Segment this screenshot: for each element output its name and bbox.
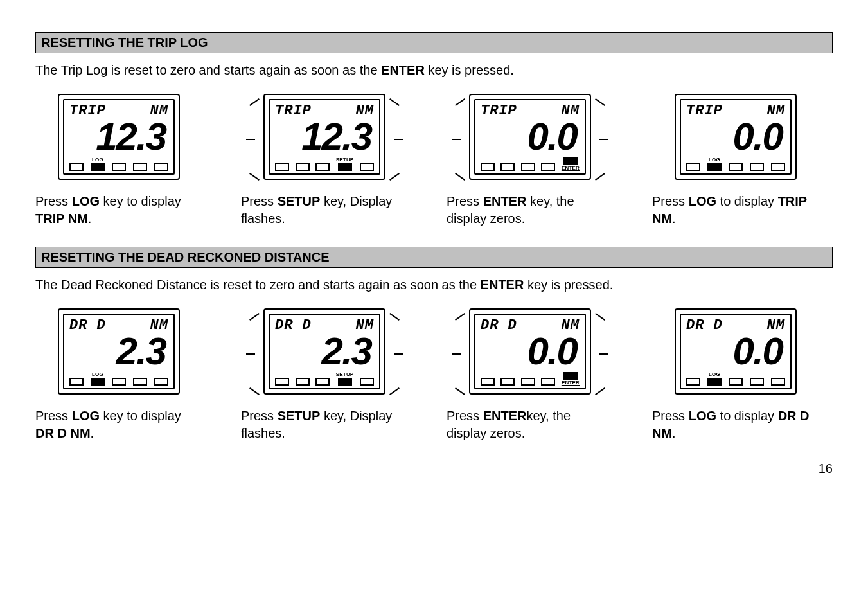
lcd-button-row: ENTER <box>481 157 580 171</box>
device-button-4 <box>133 378 147 386</box>
lcd-value: 0.0 <box>686 334 785 369</box>
lcd-device: TRIP NM 12.3 LOG <box>58 94 180 180</box>
cap-text: Press <box>447 409 483 423</box>
lcd-screen: DR D NM 2.3 LOG <box>63 314 175 389</box>
lcd-screen: TRIP NM 0.0 LOG <box>680 99 792 175</box>
device-button-4 <box>750 163 764 171</box>
display-1-1: TRIP NM 12.3 LOG <box>35 94 202 180</box>
device-button-2 <box>91 378 105 386</box>
cap-bold: LOG <box>689 409 716 423</box>
cap-bold: DR D NM <box>35 426 91 440</box>
lcd-button-row: SETUP <box>275 371 374 386</box>
device-button-3 <box>315 378 330 386</box>
device-button-2 <box>707 378 722 386</box>
section1-intro: The Trip Log is reset to zero and starts… <box>35 63 833 78</box>
cap-bold: LOG <box>72 409 100 423</box>
cap-text: Press <box>241 409 278 423</box>
device-button-3 <box>315 163 330 171</box>
device-button-3 <box>112 163 126 171</box>
col-2-3: DR D NM 0.0 ENTER Press ENTERkey, the di… <box>447 308 614 442</box>
cap-text: Press <box>652 409 689 423</box>
lcd-device: DR D NM 0.0 ENTER <box>469 308 591 395</box>
device-button-2 <box>707 163 722 171</box>
intro2-bold: ENTER <box>481 278 524 292</box>
device-button-2 <box>296 378 310 386</box>
caption-2-3: Press ENTERkey, the display zeros. <box>447 407 614 442</box>
cap-text: . <box>672 211 676 226</box>
lcd-screen: TRIP NM 12.3 SETUP <box>269 99 380 175</box>
device-button-4 <box>338 163 352 171</box>
lcd-value: 12.3 <box>69 120 168 154</box>
lcd-screen: DR D NM 0.0 ENTER <box>474 314 586 389</box>
cap-bold: SETUP <box>278 194 321 208</box>
lcd-value: 2.3 <box>275 334 374 369</box>
device-button-1 <box>275 163 289 171</box>
col-1-3: TRIP NM 0.0 ENTER Press ENTER key, the d… <box>447 94 614 227</box>
display-1-4: TRIP NM 0.0 LOG <box>652 94 819 180</box>
device-button-2 <box>500 378 515 386</box>
cap-text: key to display <box>100 194 181 208</box>
intro1-post: key is pressed. <box>425 63 514 77</box>
page-number: 16 <box>35 461 833 476</box>
section-heading-2: RESETTING THE DEAD RECKONED DISTANCE <box>35 247 833 268</box>
device-button-5 <box>360 163 374 171</box>
lcd-screen: DR D NM 2.3 SETUP <box>269 314 380 389</box>
lcd-screen: DR D NM 0.0 LOG <box>680 314 792 389</box>
cap-text: . <box>88 211 92 226</box>
lcd-value: 0.0 <box>481 334 580 369</box>
caption-1-3: Press ENTER key, the display zeros. <box>447 193 614 227</box>
display-1-3: TRIP NM 0.0 ENTER <box>447 94 614 180</box>
row-1: TRIP NM 12.3 LOG Press LOG key to displa… <box>35 94 833 227</box>
lcd-top-left: TRIP <box>481 104 517 118</box>
caption-1-2: Press SETUP key, Display flashes. <box>241 193 408 227</box>
lcd-screen: TRIP NM 12.3 LOG <box>63 99 175 175</box>
device-button-1 <box>69 163 84 171</box>
device-button-5 <box>154 163 168 171</box>
lcd-screen: TRIP NM 0.0 ENTER <box>474 99 586 175</box>
device-button-3 <box>521 378 535 386</box>
cap-text: to display <box>716 194 778 208</box>
device-button-1 <box>686 163 700 171</box>
lcd-value: 0.0 <box>686 120 785 154</box>
col-2-2: DR D NM 2.3 SETUP Press SETUP key, Displ… <box>241 308 408 442</box>
device-button-2 <box>91 163 105 171</box>
display-2-4: DR D NM 0.0 LOG <box>652 308 819 395</box>
lcd-button-row: LOG <box>69 371 168 386</box>
lcd-value: 12.3 <box>275 120 374 154</box>
caption-2-2: Press SETUP key, Display flashes. <box>241 407 408 442</box>
cap-text: key to display <box>100 409 181 423</box>
intro2-pre: The Dead Reckoned Distance is reset to z… <box>35 278 481 292</box>
caption-1-4: Press LOG to display TRIP NM. <box>652 193 819 227</box>
lcd-device: DR D NM 2.3 SETUP <box>263 308 385 395</box>
device-button-5 <box>771 378 785 386</box>
device-button-5 <box>771 163 785 171</box>
device-button-4 <box>338 378 352 386</box>
cap-text: Press <box>652 194 689 208</box>
device-button-3 <box>729 163 743 171</box>
row-2: DR D NM 2.3 LOG Press LOG key to display… <box>35 308 833 442</box>
device-button-1 <box>481 163 495 171</box>
cap-text: . <box>672 426 676 440</box>
device-button-1 <box>686 378 700 386</box>
device-button-5 <box>154 378 168 386</box>
device-button-5 <box>360 378 374 386</box>
cap-text: Press <box>447 194 483 208</box>
cap-bold: LOG <box>689 194 716 208</box>
lcd-button-row: ENTER <box>481 371 580 386</box>
intro2-post: key is pressed. <box>524 278 613 292</box>
lcd-value: 2.3 <box>69 334 168 369</box>
col-1-2: TRIP NM 12.3 SETUP Press SETUP key, Disp… <box>241 94 408 227</box>
section2-intro: The Dead Reckoned Distance is reset to z… <box>35 278 833 292</box>
device-button-4 <box>541 378 555 386</box>
caption-1-1: Press LOG key to display TRIP NM. <box>35 193 202 227</box>
lcd-top-left: DR D <box>275 319 312 333</box>
lcd-top-left: DR D <box>481 319 517 333</box>
caption-2-4: Press LOG to display DR D NM. <box>652 407 819 442</box>
col-1-1: TRIP NM 12.3 LOG Press LOG key to displa… <box>35 94 202 227</box>
lcd-button-row: LOG <box>686 157 785 171</box>
cap-text: to display <box>716 409 778 423</box>
display-1-2: TRIP NM 12.3 SETUP <box>241 94 408 180</box>
display-2-2: DR D NM 2.3 SETUP <box>241 308 408 395</box>
lcd-device: TRIP NM 0.0 LOG <box>675 94 797 180</box>
device-button-1 <box>69 378 84 386</box>
